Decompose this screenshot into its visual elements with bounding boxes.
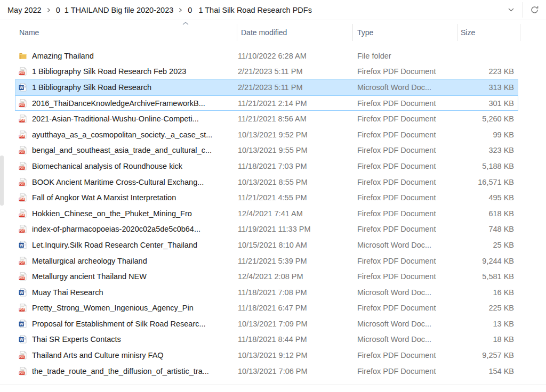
file-name: 2016_ThaiDanceKnowledgeArchiveFrameworkB… — [32, 99, 205, 108]
pdf-icon: PDF — [19, 257, 27, 265]
column-divider[interactable] — [237, 24, 237, 41]
file-row[interactable]: PDF Metallurgical archeology Thailand 11… — [15, 253, 518, 269]
file-row[interactable]: PDF the_trade_route_and_the_diffusion_of… — [15, 363, 518, 379]
column-divider[interactable] — [457, 24, 457, 41]
file-type: Firefox PDF Document — [352, 225, 457, 233]
file-size: 225 KB — [457, 304, 516, 312]
file-name: Hokkien_Chinese_on_the_Phuket_Mining_Fro — [32, 209, 192, 218]
file-type: Firefox PDF Document — [352, 99, 457, 108]
file-row[interactable]: PDF ayutthaya_as_a_cosmopolitan_society.… — [15, 127, 518, 143]
file-name-cell: PDF Biomechanical analysis of Roundhouse… — [15, 162, 237, 170]
file-row[interactable]: W Let.Inquiry.Silk Road Research Center_… — [15, 237, 518, 253]
file-row[interactable]: W Proposal for Establishment of Silk Roa… — [15, 316, 518, 332]
file-name: ayutthaya_as_a_cosmopolitan_society._a_c… — [32, 130, 212, 139]
file-date-modified: 12/4/2021 7:41 AM — [237, 209, 352, 218]
file-date-modified: 11/18/2021 7:03 PM — [237, 162, 352, 170]
address-dropdown-button[interactable] — [499, 0, 523, 20]
column-header-date-modified[interactable]: Date modified — [237, 20, 352, 45]
pdf-icon: PDF — [19, 193, 27, 202]
file-size: 748 KB — [457, 225, 516, 233]
pdf-icon: PDF — [19, 115, 27, 123]
file-row[interactable]: PDF bengal_and_southeast_asia_trade_and_… — [15, 143, 518, 159]
file-name-cell: PDF 2021-Asian-Traditional-Wushu-Online-… — [15, 115, 237, 123]
breadcrumb-item[interactable]: 0 1 Thai Silk Road Research PDFs — [184, 0, 315, 20]
file-type: Microsoft Word Doc... — [352, 83, 457, 92]
file-size: 323 KB — [457, 146, 516, 154]
word-icon: W — [19, 335, 27, 344]
file-row[interactable]: PDF Thailand Arts and Culture minisry FA… — [15, 347, 518, 363]
file-row[interactable]: Amazing Thailand 11/10/2022 6:28 AM File… — [15, 48, 518, 64]
file-row[interactable]: PDF 1 Bibliography Silk Road Research Fe… — [15, 64, 518, 80]
file-size: 13 KB — [457, 320, 516, 328]
file-date-modified: 11/18/2021 7:08 PM — [237, 288, 352, 297]
file-size: 154 KB — [457, 367, 516, 375]
svg-text:W: W — [20, 291, 23, 295]
file-type: Firefox PDF Document — [352, 193, 457, 202]
pdf-icon: PDF — [19, 304, 27, 312]
file-row[interactable]: PDF Fall of Angkor Wat A Marxist Interpr… — [15, 190, 518, 206]
file-size: 223 KB — [457, 67, 516, 76]
file-date-modified: 11/21/2021 4:55 PM — [237, 193, 352, 202]
file-row[interactable]: PDF Hokkien_Chinese_on_the_Phuket_Mining… — [15, 206, 518, 222]
column-header-size[interactable]: Size — [457, 20, 516, 45]
file-type: Firefox PDF Document — [352, 351, 457, 360]
file-name: Metallurgy ancient Thailand NEW — [32, 272, 147, 281]
pdf-icon: PDF — [19, 130, 27, 139]
file-size: 5,188 KB — [457, 162, 516, 170]
file-size: 9,257 KB — [457, 351, 516, 360]
file-name-cell: W Thai SR Experts Contacts — [15, 335, 237, 344]
breadcrumb-item[interactable]: 0 1 THAILAND Big file 2020-2023 — [53, 0, 177, 20]
file-date-modified: 11/18/2021 8:44 PM — [237, 335, 352, 344]
address-bar-controls — [499, 0, 546, 20]
svg-text:PDF: PDF — [19, 183, 25, 185]
file-row[interactable]: W Muay Thai Research 11/18/2021 7:08 PM … — [15, 284, 518, 300]
svg-text:PDF: PDF — [19, 277, 25, 280]
file-name-cell: PDF Pretty_Strong_Women_Ingenious_Agency… — [15, 304, 237, 312]
chevron-down-icon — [508, 7, 515, 12]
file-name: BOOK Ancient Maritime Cross-Cultural Exc… — [32, 178, 204, 186]
file-name-cell: W 1 Bibliography Silk Road Research — [15, 83, 237, 92]
file-row[interactable]: W 1 Bibliography Silk Road Research 2/21… — [15, 79, 518, 95]
file-size: 9,244 KB — [457, 257, 516, 265]
file-name: Pretty_Strong_Women_Ingenious_Agency_Pin — [32, 304, 194, 312]
file-name-cell: W Proposal for Establishment of Silk Roa… — [15, 320, 237, 328]
column-divider[interactable] — [520, 24, 520, 41]
file-row[interactable]: PDF index-of-pharmacopoeias-2020c02a5de5… — [15, 222, 518, 238]
left-pane-scrollbar[interactable] — [0, 156, 4, 206]
file-type: Microsoft Word Doc... — [352, 335, 457, 344]
column-divider[interactable] — [352, 24, 353, 41]
column-header-date-label: Date modified — [241, 28, 287, 37]
file-row[interactable]: PDF 2021-Asian-Traditional-Wushu-Online-… — [15, 111, 518, 127]
file-row[interactable]: PDF Pretty_Strong_Women_Ingenious_Agency… — [15, 300, 518, 316]
file-name: Proposal for Establishment of Silk Road … — [32, 320, 206, 328]
file-size: 99 KB — [457, 130, 516, 139]
file-date-modified: 12/4/2021 2:08 PM — [237, 272, 352, 281]
file-type: Firefox PDF Document — [352, 162, 457, 170]
file-date-modified: 11/21/2021 8:56 AM — [237, 115, 352, 123]
file-type: Firefox PDF Document — [352, 146, 457, 154]
pdf-icon: PDF — [19, 67, 27, 76]
column-header-size-label: Size — [461, 28, 475, 37]
file-row[interactable]: W Thai SR Experts Contacts 11/18/2021 8:… — [15, 332, 518, 348]
file-date-modified: 11/19/2021 11:33 PM — [237, 225, 352, 233]
file-date-modified: 10/13/2021 8:55 PM — [237, 178, 352, 186]
file-date-modified: 10/13/2021 7:09 PM — [237, 320, 352, 328]
breadcrumb-item[interactable]: May 2022 — [4, 0, 45, 20]
column-header-type[interactable]: Type — [352, 20, 457, 45]
svg-text:PDF: PDF — [19, 214, 25, 217]
chevron-up-icon — [182, 22, 189, 25]
file-date-modified: 2/21/2023 5:11 PM — [237, 67, 352, 76]
file-type: Firefox PDF Document — [352, 209, 457, 218]
file-row[interactable]: PDF Metallurgy ancient Thailand NEW 12/4… — [15, 268, 518, 284]
file-type: Microsoft Word Doc... — [352, 288, 457, 297]
file-row[interactable]: PDF Biomechanical analysis of Roundhouse… — [15, 158, 518, 174]
bottom-divider — [0, 385, 546, 385]
file-type: File folder — [352, 52, 457, 60]
file-row[interactable]: PDF 2016_ThaiDanceKnowledgeArchiveFramew… — [15, 95, 518, 111]
column-header-name[interactable]: Name — [15, 20, 237, 45]
file-type: Microsoft Word Doc... — [352, 241, 457, 249]
refresh-button[interactable] — [523, 0, 546, 20]
file-type: Firefox PDF Document — [352, 257, 457, 265]
file-row[interactable]: PDF BOOK Ancient Maritime Cross-Cultural… — [15, 174, 518, 190]
refresh-icon — [530, 5, 539, 14]
